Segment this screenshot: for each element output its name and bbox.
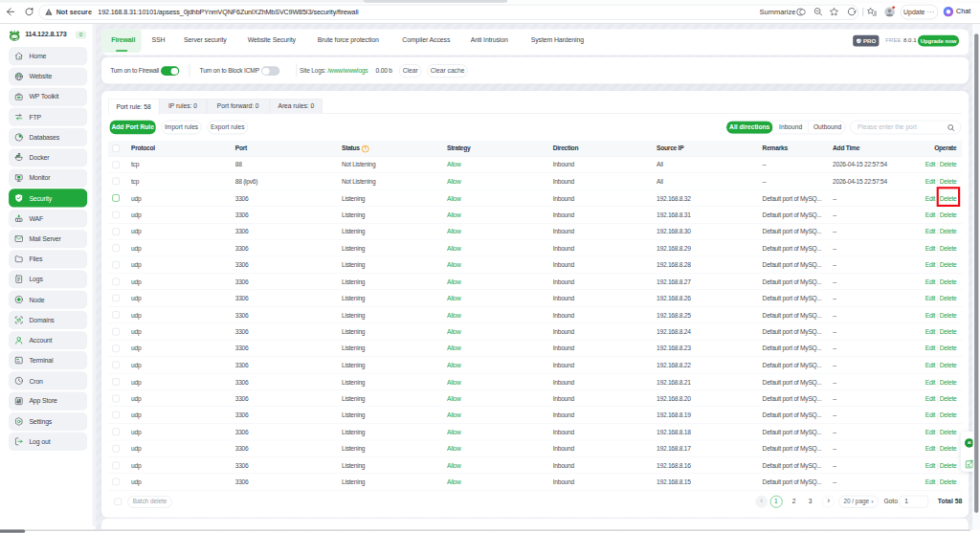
svg-text:?: ? [364,146,367,151]
